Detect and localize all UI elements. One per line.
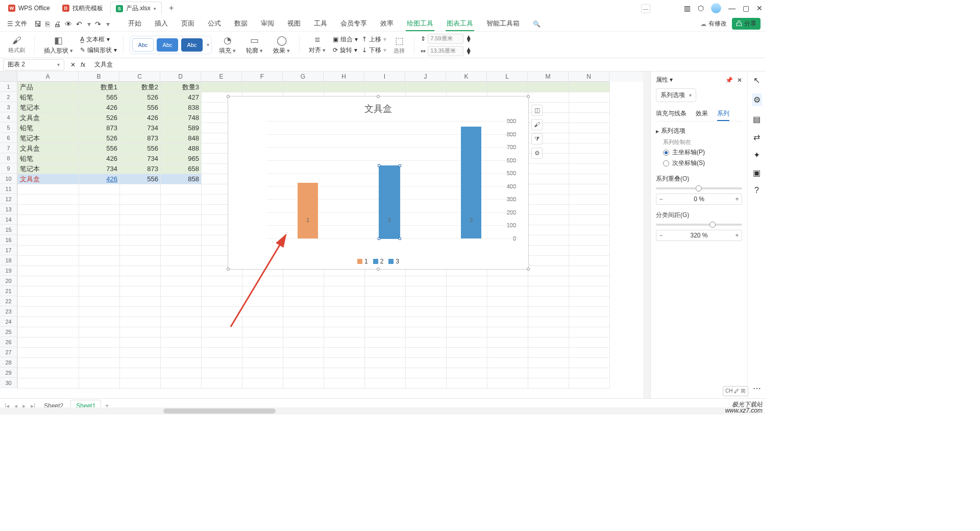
share-button[interactable]: 凸 分享 [732, 18, 761, 30]
link-icon[interactable]: ⇄ [753, 132, 760, 142]
cell[interactable] [569, 143, 610, 154]
vertical-scrollbar[interactable] [643, 71, 650, 398]
cell[interactable] [161, 337, 202, 348]
cell[interactable] [447, 348, 487, 358]
name-box[interactable]: 图表 2▾ [3, 59, 64, 70]
cell[interactable]: 文具盒 [18, 113, 79, 123]
cell[interactable] [365, 348, 406, 358]
cell[interactable]: 873 [120, 133, 161, 143]
cell[interactable] [18, 297, 79, 307]
cell[interactable]: 笔记本 [18, 133, 79, 143]
cell[interactable] [569, 368, 610, 378]
cell[interactable] [79, 358, 120, 368]
cell[interactable] [569, 82, 610, 92]
cell[interactable]: 铅笔 [18, 154, 79, 164]
cell[interactable]: 数量2 [120, 82, 161, 92]
cell[interactable] [202, 307, 242, 317]
cell[interactable] [283, 307, 324, 317]
cell[interactable] [120, 286, 161, 297]
redo-icon[interactable]: ↷ [95, 20, 101, 28]
cell[interactable] [365, 378, 406, 389]
cell[interactable] [487, 286, 528, 297]
cell[interactable] [79, 378, 120, 389]
cell[interactable] [161, 378, 202, 389]
row-header[interactable]: 5 [0, 123, 17, 133]
cell[interactable] [447, 82, 487, 92]
row-header[interactable]: 28 [0, 357, 17, 368]
cell[interactable]: 858 [161, 174, 202, 184]
cell[interactable] [120, 195, 161, 205]
horizontal-scrollbar[interactable] [0, 407, 758, 415]
cell[interactable]: 658 [161, 164, 202, 174]
cell[interactable]: 556 [79, 143, 120, 154]
cell[interactable]: 数量1 [79, 82, 120, 92]
spreadsheet[interactable]: ABCDEFGHIJKLMN 1234567891011121314151617… [0, 71, 650, 398]
cell[interactable] [283, 317, 324, 327]
cell[interactable] [569, 225, 610, 235]
cell[interactable] [120, 276, 161, 286]
insert-shape-button[interactable]: ◧插入形状 ▾ [41, 35, 76, 55]
radio-primary-axis[interactable]: 主坐标轴(P) [663, 148, 742, 157]
cell[interactable] [528, 317, 569, 327]
cell[interactable] [161, 286, 202, 297]
cell[interactable]: 748 [161, 113, 202, 123]
cell[interactable] [569, 286, 610, 297]
row-header[interactable]: 17 [0, 245, 17, 255]
decrement-button[interactable]: − [656, 232, 666, 239]
style-gallery[interactable]: Abc Abc Abc ▾ [130, 36, 212, 54]
cell[interactable] [569, 123, 610, 133]
col-header[interactable]: D [160, 71, 201, 82]
cell[interactable] [487, 307, 528, 317]
chart-style-button[interactable]: 🖌 [531, 119, 543, 130]
cell[interactable] [487, 368, 528, 378]
cell[interactable] [406, 82, 447, 92]
cell[interactable] [283, 82, 324, 92]
row-header[interactable]: 12 [0, 194, 17, 204]
cell[interactable]: 426 [79, 154, 120, 164]
row-header[interactable]: 14 [0, 214, 17, 225]
cell[interactable] [447, 317, 487, 327]
menu-视图[interactable]: 视图 [286, 17, 302, 31]
cell[interactable] [406, 307, 447, 317]
cell[interactable] [79, 327, 120, 337]
cell[interactable] [569, 358, 610, 368]
row-header[interactable]: 16 [0, 235, 17, 245]
cell[interactable]: 文具盒 [18, 174, 79, 184]
cell[interactable] [18, 378, 79, 389]
cell[interactable] [487, 358, 528, 368]
cell[interactable] [120, 378, 161, 389]
cell[interactable] [324, 286, 365, 297]
cell[interactable] [365, 317, 406, 327]
cell[interactable] [18, 256, 79, 266]
cell[interactable] [406, 358, 447, 368]
cell[interactable] [569, 317, 610, 327]
cell[interactable] [18, 266, 79, 276]
cell[interactable] [18, 286, 79, 297]
cell[interactable] [161, 297, 202, 307]
group-button[interactable]: ▣ 组合 ▾ [333, 35, 358, 44]
cell[interactable] [283, 348, 324, 358]
col-header[interactable]: C [119, 71, 160, 82]
chart-bar[interactable] [379, 166, 400, 238]
maximize-button[interactable]: ▢ [743, 4, 749, 12]
app-menu-icon[interactable]: ▥ [684, 4, 691, 12]
cell[interactable]: 488 [161, 143, 202, 154]
cell[interactable] [324, 348, 365, 358]
cell[interactable] [120, 327, 161, 337]
search-icon[interactable]: 🔍 [533, 20, 541, 28]
cell[interactable] [447, 337, 487, 348]
cell[interactable]: 产品 [18, 82, 79, 92]
row-header[interactable]: 13 [0, 204, 17, 214]
cell[interactable]: 笔记本 [18, 164, 79, 174]
cell[interactable] [447, 327, 487, 337]
cell[interactable] [569, 205, 610, 215]
cell[interactable] [569, 378, 610, 389]
cell[interactable] [569, 337, 610, 348]
cell[interactable] [528, 246, 569, 256]
cell[interactable] [569, 133, 610, 143]
cell[interactable] [487, 348, 528, 358]
col-header[interactable]: I [364, 71, 405, 82]
cell[interactable] [528, 348, 569, 358]
cell[interactable] [528, 235, 569, 246]
cell[interactable] [406, 368, 447, 378]
